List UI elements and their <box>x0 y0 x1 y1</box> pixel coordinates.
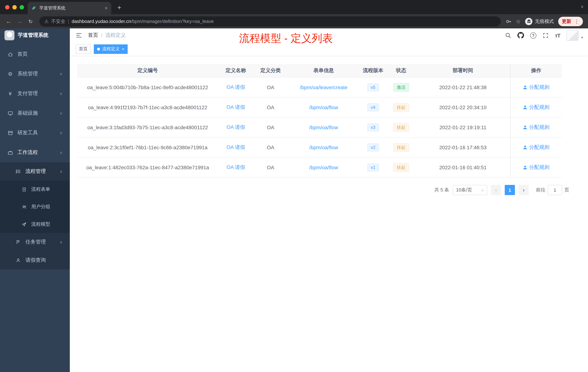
column-header-definition-name: 定义名称 <box>218 64 253 77</box>
browser-update-button[interactable]: 更新 ⋮ <box>558 17 583 26</box>
form-link[interactable]: /bpm/oa/flow <box>309 104 338 110</box>
cell-form-info: /bpm/oa/leave/create <box>288 77 360 97</box>
cell-category: OA <box>253 138 288 157</box>
sidebar: 芋道管理系统 首页 ⚙ 系统管理 ∨ ¥ 支付管理 <box>0 28 70 372</box>
sidebar-item-system-management[interactable]: ⚙ 系统管理 ∨ <box>0 64 70 84</box>
sidebar-item-process-model[interactable]: 流程模型 <box>0 216 70 233</box>
sidebar-item-dev-tools[interactable]: 研发工具 ∨ <box>0 123 70 143</box>
sidebar-item-home[interactable]: 首页 <box>0 44 70 64</box>
assign-rule-link[interactable]: 分配规则 <box>529 84 549 91</box>
assign-rule-link[interactable]: 分配规则 <box>529 144 549 151</box>
user-avatar[interactable] <box>566 30 579 41</box>
sidebar-toggle-hamburger-icon[interactable] <box>75 31 83 39</box>
form-link[interactable]: /bpm/oa/flow <box>309 124 338 130</box>
definition-name-link[interactable]: OA 请假 <box>227 144 245 151</box>
definition-name-link[interactable]: OA 请假 <box>227 84 245 91</box>
list-icon <box>15 169 21 174</box>
security-label: 不安全 <box>51 18 65 25</box>
form-link[interactable]: /bpm/oa/flow <box>309 144 338 150</box>
page-size-select[interactable]: 10条/页 ∨ <box>453 185 487 195</box>
tag-process-definition[interactable]: 流程定义 × <box>94 44 128 54</box>
cell-definition-name: OA 请假 <box>218 158 253 177</box>
assign-rule-link[interactable]: 分配规则 <box>529 104 549 111</box>
sidebar-item-payment-management[interactable]: ¥ 支付管理 ∨ <box>0 84 70 103</box>
tag-label: 流程定义 <box>102 46 120 52</box>
sidebar-item-process-management[interactable]: 流程管理 ∧ <box>0 162 70 181</box>
workspace: 芋道管理系统 首页 ⚙ 系统管理 ∨ ¥ 支付管理 <box>0 28 588 372</box>
tab-close-icon[interactable]: × <box>105 5 108 11</box>
assign-rule-link[interactable]: 分配规则 <box>529 164 549 171</box>
cell-actions: 分配规则 <box>510 118 562 137</box>
url-text: dashboard.yudao.iocoder.cn/bpm/manager/d… <box>72 19 214 24</box>
breadcrumb-home-link[interactable]: 首页 <box>88 32 98 39</box>
app-header: 首页 / 流程定义 流程模型 - 定义列表 ? <box>70 28 588 42</box>
new-tab-button[interactable]: + <box>115 3 124 12</box>
cell-definition-id: oa_leave:4:991f2193-7b7f-11ec-a3c8-acde4… <box>77 98 218 117</box>
table-row: oa_leave:5:004b710b-7b8a-11ec-8ef0-acde4… <box>77 77 562 98</box>
sidebar-item-label: 工作流程 <box>17 149 38 156</box>
zoom-window-button[interactable] <box>20 5 24 10</box>
form-link[interactable]: /bpm/oa/leave/create <box>300 85 347 90</box>
avatar-caret-down-icon[interactable]: ▾ <box>581 36 583 39</box>
goto-page-input[interactable] <box>548 185 562 195</box>
assign-user-icon <box>523 85 527 89</box>
goto-label: 前往 <box>536 187 546 193</box>
cell-form-info: /bpm/oa/flow <box>288 118 360 137</box>
cell-deploy-time: 2022-01-22 19:19:11 <box>416 118 510 137</box>
app-logo-row[interactable]: 芋道管理系统 <box>0 28 70 42</box>
sidebar-item-user-group[interactable]: 用户分组 <box>0 198 70 216</box>
browser-menu-kebab-icon[interactable]: ⋮ <box>574 18 579 24</box>
reload-button[interactable]: ↻ <box>25 16 36 26</box>
github-icon[interactable] <box>517 32 524 39</box>
sidebar-item-workflow[interactable]: 工作流程 ∧ <box>0 143 70 162</box>
version-tag: v5 <box>367 83 379 92</box>
sidebar-item-label: 流程模型 <box>31 221 50 228</box>
url-path: /bpm/manager/definition?key=oa_leave <box>131 19 214 24</box>
back-button[interactable]: ← <box>4 16 14 26</box>
definition-table: 定义编号 定义名称 定义分类 表单信息 流程版本 状态 部署时间 操作 oa_l… <box>77 64 562 178</box>
fullscreen-icon[interactable] <box>543 32 549 38</box>
cell-definition-id: oa_leave:3:1fad3d93-7b75-11ec-a3c8-acde4… <box>77 118 218 137</box>
address-bar[interactable]: ⚠ 不安全 | dashboard.yudao.iocoder.cn/bpm/m… <box>39 16 501 26</box>
sidebar-menu: 首页 ⚙ 系统管理 ∨ ¥ 支付管理 ∨ 基础 <box>0 44 70 269</box>
users-icon <box>21 204 27 210</box>
form-link[interactable]: /bpm/oa/flow <box>309 164 338 170</box>
cell-status: 挂起 <box>387 138 416 157</box>
tab-search-chevron-icon[interactable]: ∨ <box>581 4 584 9</box>
cell-deploy-time: 2022-01-16 01:40:51 <box>416 158 510 177</box>
definition-name-link[interactable]: OA 请假 <box>227 164 245 171</box>
bookmark-star-icon[interactable]: ☆ <box>516 18 521 25</box>
search-icon[interactable] <box>505 32 511 38</box>
forward-button[interactable]: → <box>15 16 25 26</box>
definition-name-link[interactable]: OA 请假 <box>227 104 245 111</box>
sidebar-item-task-management[interactable]: 任务管理 ∨ <box>0 233 70 251</box>
user-icon <box>15 257 21 263</box>
sidebar-item-infrastructure[interactable]: 基础设施 ∨ <box>0 103 70 123</box>
status-badge: 挂起 <box>393 103 409 112</box>
next-page-button[interactable]: › <box>519 185 529 195</box>
definition-name-link[interactable]: OA 请假 <box>227 124 245 131</box>
tag-close-icon[interactable]: × <box>122 47 124 51</box>
assign-user-icon <box>523 105 527 109</box>
assign-rule-link[interactable]: 分配规则 <box>529 124 549 131</box>
close-window-button[interactable] <box>5 5 10 10</box>
sidebar-item-label: 支付管理 <box>17 90 38 97</box>
font-size-icon[interactable]: тT <box>555 32 560 38</box>
sidebar-item-label: 研发工具 <box>17 130 38 136</box>
sidebar-item-leave-query[interactable]: 请假查询 <box>0 251 70 269</box>
tab-title: 芋道管理系统 <box>39 5 102 11</box>
browser-tab[interactable]: 芋道管理系统 × <box>28 2 111 14</box>
column-header-status: 状态 <box>387 64 416 77</box>
page-number-1[interactable]: 1 <box>505 185 515 195</box>
version-tag: v4 <box>367 103 379 111</box>
prev-page-button[interactable]: ‹ <box>491 185 501 195</box>
minimize-window-button[interactable] <box>12 5 17 10</box>
help-icon[interactable]: ? <box>530 32 536 38</box>
monitor-icon <box>7 110 13 116</box>
password-key-icon[interactable] <box>506 18 512 24</box>
cell-definition-id: oa_leave:2:3c1f0ef1-76b1-11ec-9c66-a2380… <box>77 138 218 157</box>
sidebar-item-process-form[interactable]: 流程表单 <box>0 181 70 198</box>
column-header-actions: 操作 <box>510 64 562 77</box>
tag-home[interactable]: 首页 <box>76 44 91 54</box>
cell-form-info: /bpm/oa/flow <box>288 158 360 177</box>
